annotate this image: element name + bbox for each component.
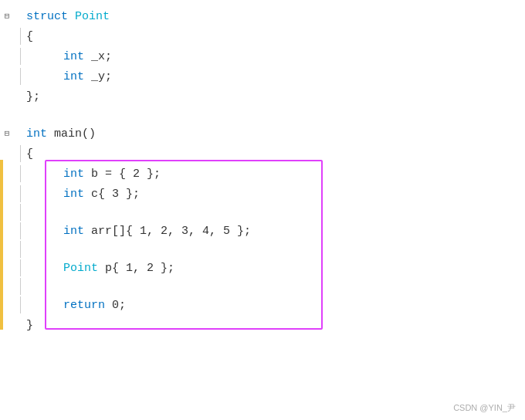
keyword-int-2: int xyxy=(63,70,84,83)
code-line-16: return 0; xyxy=(0,295,525,315)
return-val: 0; xyxy=(105,299,126,312)
code-line-15 xyxy=(0,278,525,295)
yellow-gutter-bar xyxy=(0,160,3,330)
keyword-int-main: int xyxy=(26,127,47,141)
var-b: b = { 2 }; xyxy=(84,168,161,181)
var-c: c{ 3 }; xyxy=(84,188,140,201)
main-brace-open: { xyxy=(26,147,33,161)
code-line-8: { xyxy=(0,144,525,164)
line-17-code: } xyxy=(25,317,525,334)
code-line-12: int arr[]{ 1, 2, 3, 4, 5 }; xyxy=(0,221,525,241)
fold-icon-3 xyxy=(0,48,14,65)
keyword-return: return xyxy=(63,299,105,312)
line-10-code: int c{ 3 }; xyxy=(25,185,525,202)
brace-open-1: { xyxy=(26,30,33,43)
code-line-10: int c{ 3 }; xyxy=(0,184,525,204)
var-x: _x; xyxy=(84,50,112,63)
line-8-code: { xyxy=(25,145,525,162)
line-5-code: }; xyxy=(25,88,525,105)
line-1-code: struct Point xyxy=(25,8,525,25)
line-12-code: int arr[]{ 1, 2, 3, 4, 5 }; xyxy=(25,222,525,239)
keyword-struct: struct xyxy=(26,10,68,23)
code-line-13 xyxy=(0,241,525,258)
keyword-int-b: int xyxy=(63,168,84,181)
line-2-code: { xyxy=(25,28,525,45)
fold-icon-7[interactable]: ⊟ xyxy=(0,125,14,142)
type-Point: Point xyxy=(68,10,110,23)
code-line-3: int _x; xyxy=(0,46,525,66)
code-line-7: ⊟ int main() xyxy=(0,124,525,144)
code-line-4: int _y; xyxy=(0,66,525,86)
watermark-text: CSDN @YIN_尹 xyxy=(453,402,516,414)
keyword-int-c: int xyxy=(63,188,84,201)
line-6-code xyxy=(25,107,525,124)
code-line-11 xyxy=(0,204,525,221)
main-brace-close: } xyxy=(26,319,33,332)
keyword-int-arr: int xyxy=(63,225,84,238)
var-y: _y; xyxy=(84,70,112,83)
code-line-9: int b = { 2 }; xyxy=(0,164,525,184)
line-16-code: return 0; xyxy=(25,296,525,313)
line-13-code xyxy=(25,241,525,258)
code-editor: ⊟ struct Point { int _x; int _y; xyxy=(0,0,525,341)
line-9-code: int b = { 2 }; xyxy=(25,165,525,182)
code-line-14: Point p{ 1, 2 }; xyxy=(0,258,525,278)
var-p: p{ 1, 2 }; xyxy=(98,262,174,275)
code-line-1: ⊟ struct Point xyxy=(0,6,525,26)
line-14-code: Point p{ 1, 2 }; xyxy=(25,259,525,276)
line-15-code xyxy=(25,278,525,295)
struct-close: }; xyxy=(26,90,40,103)
line-7-code: int main() xyxy=(25,125,525,142)
fold-icon-2 xyxy=(0,28,14,45)
line-4-code: int _y; xyxy=(25,68,525,85)
code-line-17: } xyxy=(0,315,525,335)
code-line-2: { xyxy=(0,26,525,46)
fold-icon-1[interactable]: ⊟ xyxy=(0,8,14,25)
func-main: main() xyxy=(47,127,96,141)
type-Point-2: Point xyxy=(63,262,98,275)
fold-icon-4 xyxy=(0,68,14,85)
fold-icon-5 xyxy=(0,88,14,105)
line-3-code: int _x; xyxy=(25,48,525,65)
code-line-6 xyxy=(0,107,525,124)
var-arr: arr[]{ 1, 2, 3, 4, 5 }; xyxy=(84,225,251,238)
code-line-5: }; xyxy=(0,86,525,107)
line-11-code xyxy=(25,204,525,221)
keyword-int-1: int xyxy=(63,50,84,63)
fold-icon-6 xyxy=(0,107,14,124)
